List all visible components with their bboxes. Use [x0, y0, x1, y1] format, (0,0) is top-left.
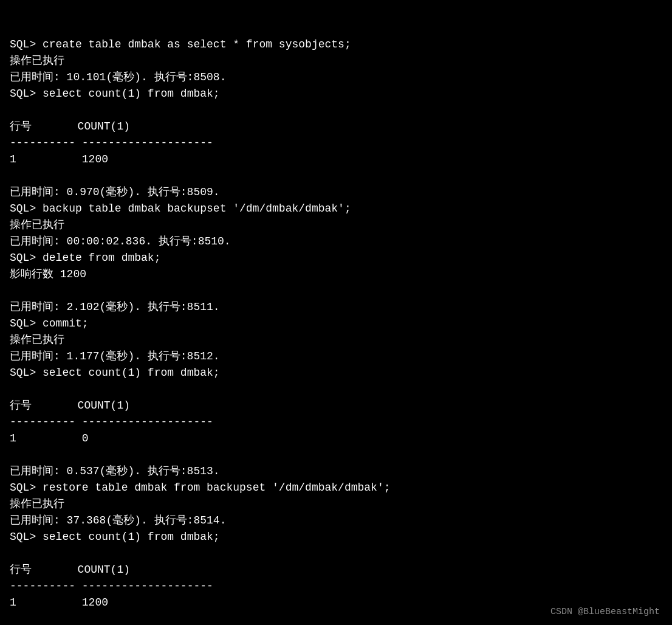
terminal-line: 已用时间: 10.101(毫秒). 执行号:8508. — [10, 69, 662, 86]
terminal-line: 已用时间: 0.537(毫秒). 执行号:8513. — [10, 463, 662, 480]
terminal-line: 操作已执行 — [10, 332, 662, 348]
terminal-line: SQL> select count(1) from dmbak; — [10, 365, 662, 381]
terminal-line: 1 1200 — [10, 151, 662, 168]
terminal-line: 操作已执行 — [10, 53, 662, 69]
terminal-line: 已用时间: 2.102(毫秒). 执行号:8511. — [10, 299, 662, 316]
terminal-line: ---------- -------------------- — [10, 578, 662, 595]
watermark: CSDN @BlueBeastMight — [550, 606, 660, 620]
terminal-line: 操作已执行 — [10, 217, 662, 233]
terminal-line: ---------- -------------------- — [10, 414, 662, 430]
terminal-line: 已用时间: 00:00:02.836. 执行号:8510. — [10, 233, 662, 250]
terminal-line: SQL> create table dmbak as select * from… — [10, 36, 662, 53]
terminal-line: 操作已执行 — [10, 496, 662, 513]
terminal-line: 行号 COUNT(1) — [10, 562, 662, 578]
terminal-line: SQL> delete from dmbak; — [10, 250, 662, 266]
terminal-window: SQL> create table dmbak as select * from… — [0, 0, 672, 625]
terminal-line: 已用时间: 0.970(毫秒). 执行号:8509. — [10, 184, 662, 201]
terminal-line: 已用时间: 37.368(毫秒). 执行号:8514. — [10, 513, 662, 529]
terminal-line: 已用时间: 1.177(毫秒). 执行号:8512. — [10, 348, 662, 365]
terminal-line: 行号 COUNT(1) — [10, 119, 662, 135]
terminal-line: SQL> commit; — [10, 316, 662, 332]
terminal-line: SQL> restore table dmbak from backupset … — [10, 480, 662, 496]
terminal-line: 1 0 — [10, 430, 662, 447]
terminal-line: SQL> select count(1) from dmbak; — [10, 86, 662, 102]
terminal-line: 影响行数 1200 — [10, 266, 662, 283]
terminal-line: 行号 COUNT(1) — [10, 398, 662, 414]
terminal-line: SQL> select count(1) from dmbak; — [10, 529, 662, 545]
terminal-line: SQL> backup table dmbak backupset '/dm/d… — [10, 201, 662, 217]
terminal-line: ---------- -------------------- — [10, 135, 662, 151]
